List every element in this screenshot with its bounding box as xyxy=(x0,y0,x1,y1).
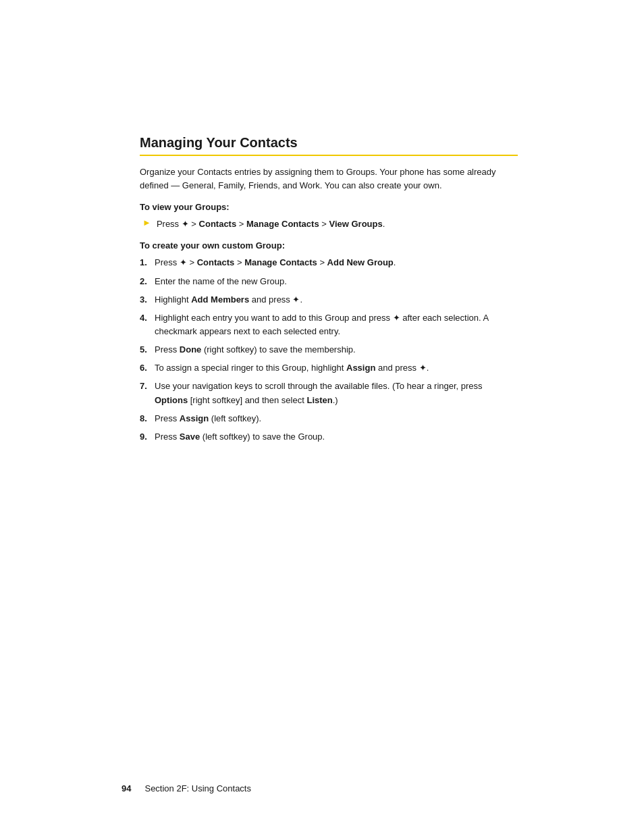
step-number: 1. xyxy=(140,256,155,269)
list-item: 6. To assign a special ringer to this Gr… xyxy=(140,361,518,375)
list-item: 5. Press Done (right softkey) to save th… xyxy=(140,343,518,357)
step-number: 6. xyxy=(140,361,155,375)
view-groups-text: Press ✦ > Contacts > Manage Contacts > V… xyxy=(157,217,385,231)
title-underline xyxy=(140,155,518,156)
step-text: Press ✦ > Contacts > Manage Contacts > A… xyxy=(155,256,396,269)
create-group-label: To create your own custom Group: xyxy=(140,240,518,251)
bullet-arrow-icon: ► xyxy=(142,217,151,228)
step-text: Use your navigation keys to scroll throu… xyxy=(155,380,518,407)
step-number: 9. xyxy=(140,430,155,444)
step-number: 3. xyxy=(140,293,155,307)
view-groups-bullet: ► Press ✦ > Contacts > Manage Contacts >… xyxy=(140,217,518,231)
steps-list: 1. Press ✦ > Contacts > Manage Contacts … xyxy=(140,256,518,444)
intro-text: Organize your Contacts entries by assign… xyxy=(140,165,518,192)
step-text: Press Done (right softkey) to save the m… xyxy=(155,343,356,357)
page-number: 94 xyxy=(122,783,131,793)
footer: 94 Section 2F: Using Contacts xyxy=(0,783,644,793)
step-number: 8. xyxy=(140,412,155,425)
list-item: 3. Highlight Add Members and press ✦. xyxy=(140,293,518,307)
step-text: Enter the name of the new Group. xyxy=(155,275,287,288)
list-item: 1. Press ✦ > Contacts > Manage Contacts … xyxy=(140,256,518,269)
step-text: Press Save (left softkey) to save the Gr… xyxy=(155,430,325,444)
list-item: 2. Enter the name of the new Group. xyxy=(140,275,518,288)
step-number: 7. xyxy=(140,380,155,393)
step-text: Press Assign (left softkey). xyxy=(155,412,261,425)
step-text: Highlight each entry you want to add to … xyxy=(155,311,518,338)
section-label: Section 2F: Using Contacts xyxy=(144,783,251,793)
list-item: 4. Highlight each entry you want to add … xyxy=(140,311,518,338)
list-item: 9. Press Save (left softkey) to save the… xyxy=(140,430,518,444)
step-number: 4. xyxy=(140,311,155,325)
page: Managing Your Contacts Organize your Con… xyxy=(0,0,644,834)
page-title: Managing Your Contacts xyxy=(140,135,518,151)
step-number: 5. xyxy=(140,343,155,357)
step-text: Highlight Add Members and press ✦. xyxy=(155,293,302,307)
list-item: 7. Use your navigation keys to scroll th… xyxy=(140,380,518,407)
step-number: 2. xyxy=(140,275,155,288)
view-groups-label: To view your Groups: xyxy=(140,202,518,212)
step-text: To assign a special ringer to this Group… xyxy=(155,361,429,375)
list-item: 8. Press Assign (left softkey). xyxy=(140,412,518,425)
content-area: Managing Your Contacts Organize your Con… xyxy=(126,135,518,444)
